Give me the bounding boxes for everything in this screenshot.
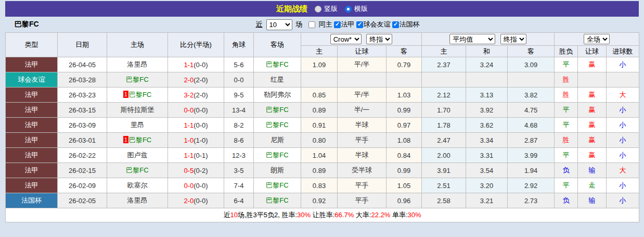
score-cell: 0-5(0-2) xyxy=(168,163,224,178)
radio-horizontal[interactable]: 横版 xyxy=(345,4,368,14)
handicap-odds-type-select[interactable]: 终指 xyxy=(366,34,392,44)
corner-cell: 0-0 xyxy=(224,72,254,88)
result-winlose: 平 xyxy=(555,103,578,118)
score-fulltime: 0-0 xyxy=(184,182,194,190)
checkbox-league-2-icon[interactable] xyxy=(356,21,363,28)
score-cell: 2-0(0-0) xyxy=(168,193,224,208)
matches-label: 场 xyxy=(296,20,303,29)
home-team-name[interactable]: 洛里昂 xyxy=(127,196,148,204)
result-winlose: 平 xyxy=(555,118,578,133)
home-team-name[interactable]: 斯特拉斯堡 xyxy=(121,106,154,114)
avg-draw-odds: 3.31 xyxy=(466,148,508,163)
home-team-name[interactable]: 欧塞尔 xyxy=(127,181,148,189)
avg-away-odds xyxy=(508,72,555,88)
home-team-name[interactable]: 图卢兹 xyxy=(127,151,148,159)
checkbox-league-3-icon[interactable] xyxy=(392,21,399,28)
result-goals: 小 xyxy=(607,57,639,72)
handicap-home-odds: 0.89 xyxy=(301,103,338,118)
match-type-badge: 法甲 xyxy=(6,148,58,163)
home-team-name[interactable]: 巴黎FC xyxy=(126,76,148,83)
score-halftime: (0-0) xyxy=(194,61,208,69)
avg-away-odds: 2.87 xyxy=(508,133,555,148)
score-halftime: (0-0) xyxy=(194,197,208,205)
away-team-name[interactable]: 巴黎FC xyxy=(266,121,288,129)
header-avg-draw: 和 xyxy=(466,46,508,57)
handicap-line: 平/半 xyxy=(338,88,387,103)
header-goals: 进球数 xyxy=(607,46,639,57)
header-type: 类型 xyxy=(6,33,58,57)
home-team-name[interactable]: 里昂 xyxy=(131,121,144,129)
handicap-home-odds: 0.91 xyxy=(301,118,338,133)
corner-cell: 3-5 xyxy=(224,163,254,178)
home-team-name[interactable]: 巴黎FC xyxy=(129,91,151,98)
avg-draw-odds xyxy=(466,72,508,88)
checkbox-league-3[interactable]: 法国杯 xyxy=(392,20,420,29)
away-team-name[interactable]: 朗斯 xyxy=(271,166,284,174)
away-team-cell: 勒阿弗尔 xyxy=(254,88,301,103)
checkbox-league-2[interactable]: 球会友谊 xyxy=(356,20,391,29)
away-team-name[interactable]: 红星 xyxy=(271,76,284,83)
away-team-name[interactable]: 尼斯 xyxy=(271,136,284,144)
avg-home-odds: 2.47 xyxy=(422,133,466,148)
match-count-select[interactable]: 10 xyxy=(266,19,292,30)
bookmaker-select[interactable]: Crow* xyxy=(330,34,362,44)
handicap-away-odds: 0.97 xyxy=(387,118,422,133)
header-avg-home: 主 xyxy=(422,46,466,57)
result-handicap: 赢 xyxy=(578,57,607,72)
results-table: 类型 日期 主场 比分(半场) 角球 客场 Crow* 终指 平均值 终指 全场 xyxy=(5,32,639,222)
away-team-name[interactable]: 巴黎FC xyxy=(266,196,288,204)
home-team-name[interactable]: 巴黎FC xyxy=(126,166,148,174)
away-team-name[interactable]: 巴黎FC xyxy=(266,60,288,68)
handicap-line: 半球 xyxy=(338,118,387,133)
away-team-name[interactable]: 巴黎FC xyxy=(266,106,288,114)
home-team-name[interactable]: 巴黎FC xyxy=(129,136,151,144)
match-type-badge: 法甲 xyxy=(6,88,58,103)
home-team-name[interactable]: 洛里昂 xyxy=(127,60,148,68)
checkbox-league-1[interactable]: 法甲 xyxy=(334,20,355,29)
away-team-cell: 巴黎FC xyxy=(254,178,301,193)
avg-home-odds: 1.78 xyxy=(422,118,466,133)
result-goals: 小 xyxy=(607,148,639,163)
avg-away-odds: 2.73 xyxy=(508,193,555,208)
summary-stat-value: 66.7% xyxy=(334,211,354,219)
average-select[interactable]: 平均值 xyxy=(449,34,495,44)
header-group-handicap: Crow* 终指 xyxy=(301,33,422,46)
checkbox-same-home-icon[interactable] xyxy=(308,21,315,28)
away-team-cell: 巴黎FC xyxy=(254,193,301,208)
fulltime-select[interactable]: 全场 xyxy=(584,34,610,44)
header-handicap-line: 让球 xyxy=(338,46,387,57)
home-team-cell: 洛里昂 xyxy=(107,57,168,72)
header-score: 比分(半场) xyxy=(168,33,224,57)
match-date: 26-03-23 xyxy=(58,88,107,103)
away-team-name[interactable]: 巴黎FC xyxy=(266,181,288,189)
table-row: 法甲 26-03-09 里昂 1-1(0-0) 8-2 巴黎FC 0.91 半球… xyxy=(6,118,639,133)
handicap-line: 受半球 xyxy=(338,163,387,178)
filter-bar: 巴黎FC 近 10 场 同主 法甲 球会友谊 法国杯 xyxy=(0,17,644,32)
summary-stat-value: 10 xyxy=(230,211,237,219)
handicap-home-odds: 0.85 xyxy=(301,88,338,103)
handicap-home-odds: 0.83 xyxy=(301,178,338,193)
radio-horizontal-icon[interactable] xyxy=(345,6,352,13)
header-away: 客场 xyxy=(254,33,301,57)
avg-away-odds: 4.75 xyxy=(508,103,555,118)
away-team-cell: 巴黎FC xyxy=(254,148,301,163)
handicap-home-odds: 0.89 xyxy=(301,163,338,178)
average-odds-type-select[interactable]: 终指 xyxy=(500,34,526,44)
result-handicap: 赢 xyxy=(578,103,607,118)
radio-vertical[interactable]: 竖版 xyxy=(315,4,338,14)
near-label[interactable]: 近 xyxy=(256,20,263,29)
away-team-name[interactable]: 勒阿弗尔 xyxy=(264,91,291,98)
table-row: 球会友谊 26-03-28 巴黎FC 2-0(2-0) 0-0 红星 胜 xyxy=(6,72,639,88)
corner-cell: 7-4 xyxy=(224,178,254,193)
match-date: 26-03-28 xyxy=(58,72,107,88)
match-type-badge: 法甲 xyxy=(6,103,58,118)
checkbox-same-home[interactable]: 同主 xyxy=(304,20,332,29)
away-team-name[interactable]: 巴黎FC xyxy=(266,151,288,159)
handicap-away-odds: 0.99 xyxy=(387,103,422,118)
radio-vertical-icon[interactable] xyxy=(315,6,321,13)
match-date: 26-02-15 xyxy=(58,163,107,178)
handicap-line xyxy=(338,72,387,88)
checkbox-league-1-icon[interactable] xyxy=(334,21,341,28)
match-type-badge: 球会友谊 xyxy=(6,72,58,88)
result-handicap: 赢 xyxy=(578,118,607,133)
